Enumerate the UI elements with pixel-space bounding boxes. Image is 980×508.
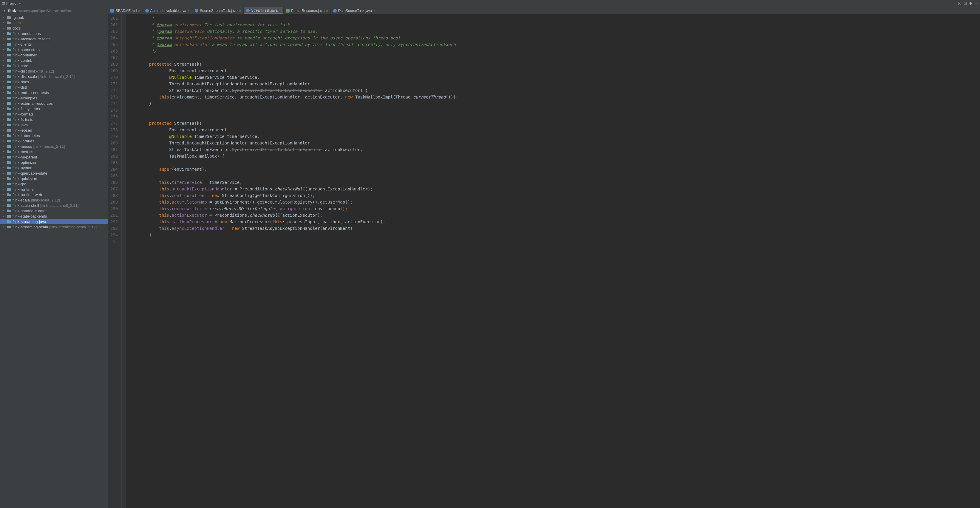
tree-item[interactable]: ›flink-architecture-tests bbox=[0, 36, 108, 42]
tree-item[interactable]: ›flink-kubernetes bbox=[0, 133, 108, 138]
tree-item[interactable]: ›flink-optimizer bbox=[0, 160, 108, 165]
close-icon[interactable]: × bbox=[138, 9, 140, 13]
tree-item[interactable]: ›flink-streaming-java bbox=[0, 219, 108, 224]
chevron-right-icon[interactable]: › bbox=[3, 59, 6, 62]
tree-item[interactable]: ›flink-ml-parent bbox=[0, 154, 108, 160]
tree-item[interactable]: ›flink-java bbox=[0, 122, 108, 128]
chevron-right-icon[interactable]: › bbox=[3, 166, 6, 169]
collapse-icon[interactable]: ⇱ bbox=[958, 2, 961, 6]
tree-item[interactable]: ›.github bbox=[0, 14, 108, 20]
editor-tab[interactable]: StreamTask.java× bbox=[243, 7, 284, 14]
chevron-right-icon[interactable]: › bbox=[3, 139, 6, 142]
tree-item[interactable]: ›flink-scala [flink-scala_2.12] bbox=[0, 197, 108, 203]
chevron-right-icon[interactable]: › bbox=[3, 27, 6, 30]
tree-item[interactable]: ›flink-formats bbox=[0, 111, 108, 117]
tree-item[interactable]: ›docs bbox=[0, 26, 108, 31]
chevron-right-icon[interactable]: › bbox=[3, 16, 6, 19]
chevron-right-icon[interactable]: › bbox=[3, 220, 6, 223]
chevron-right-icon[interactable]: › bbox=[3, 225, 6, 228]
chevron-right-icon[interactable]: › bbox=[3, 177, 6, 180]
tree-item[interactable]: ›flink-core bbox=[0, 63, 108, 68]
tree-item[interactable]: ›flink-mesos [flink-mesos_2.11] bbox=[0, 144, 108, 149]
chevron-right-icon[interactable]: › bbox=[3, 86, 6, 89]
chevron-right-icon[interactable]: › bbox=[3, 182, 6, 185]
close-icon[interactable]: × bbox=[188, 9, 190, 13]
chevron-right-icon[interactable]: › bbox=[3, 193, 6, 196]
editor-tab[interactable]: ParserResource.java× bbox=[284, 7, 331, 14]
chevron-right-icon[interactable]: › bbox=[3, 91, 6, 94]
fold-column[interactable] bbox=[122, 14, 126, 508]
tree-item[interactable]: ›flink-runtime-web bbox=[0, 192, 108, 197]
tree-item[interactable]: ›flink-libraries bbox=[0, 138, 108, 144]
chevron-right-icon[interactable]: › bbox=[3, 188, 6, 191]
expand-icon[interactable]: ⇲ bbox=[964, 2, 967, 6]
code-editor[interactable]: 2612622632642652662672682692702712722732… bbox=[108, 14, 980, 508]
minimize-icon[interactable]: — bbox=[975, 2, 978, 6]
chevron-right-icon[interactable]: › bbox=[3, 198, 6, 201]
tree-item[interactable]: ›flink-dist [flink-dist_2.12] bbox=[0, 68, 108, 74]
chevron-right-icon[interactable]: › bbox=[3, 70, 6, 72]
tree-item[interactable]: ›flink-runtime bbox=[0, 187, 108, 192]
chevron-right-icon[interactable]: › bbox=[3, 204, 6, 207]
chevron-right-icon[interactable]: › bbox=[3, 37, 6, 40]
tree-item[interactable]: ›flink-examples bbox=[0, 95, 108, 101]
chevron-right-icon[interactable]: › bbox=[3, 102, 6, 105]
tree-item[interactable]: ›flink-state-backends bbox=[0, 213, 108, 219]
tree-item[interactable]: ›.idea bbox=[0, 20, 108, 26]
chevron-right-icon[interactable]: › bbox=[3, 172, 6, 175]
tree-item[interactable]: ›flink-scala-shell [flink-scala-shell_2.… bbox=[0, 203, 108, 208]
tree-item[interactable]: ›flink-filesystems bbox=[0, 106, 108, 111]
chevron-right-icon[interactable]: › bbox=[3, 161, 6, 164]
tree-item[interactable]: ›flink-end-to-end-tests bbox=[0, 90, 108, 95]
tree-item[interactable]: ›flink-shaded-curator bbox=[0, 208, 108, 213]
tree-item[interactable]: ›flink-queryable-state bbox=[0, 171, 108, 176]
tree-item[interactable]: ›flink-quickstart bbox=[0, 176, 108, 181]
tree-item[interactable]: ›flink-dstl bbox=[0, 85, 108, 90]
chevron-right-icon[interactable]: › bbox=[3, 75, 6, 78]
chevron-right-icon[interactable]: › bbox=[3, 32, 6, 35]
chevron-right-icon[interactable]: › bbox=[3, 53, 6, 56]
close-icon[interactable]: × bbox=[239, 9, 241, 13]
chevron-right-icon[interactable]: › bbox=[3, 21, 6, 24]
editor-tab[interactable]: README.md× bbox=[108, 7, 143, 14]
close-icon[interactable]: × bbox=[279, 9, 281, 12]
chevron-right-icon[interactable]: › bbox=[3, 48, 6, 51]
code-content[interactable]: * * @param environment The task environm… bbox=[126, 14, 458, 508]
chevron-right-icon[interactable]: › bbox=[3, 123, 6, 126]
tree-item[interactable]: ›flink-annotations bbox=[0, 31, 108, 36]
chevron-right-icon[interactable]: › bbox=[3, 209, 6, 212]
tree-item[interactable]: ›flink-rpc bbox=[0, 181, 108, 187]
close-icon[interactable]: × bbox=[373, 9, 375, 13]
chevron-right-icon[interactable]: › bbox=[3, 118, 6, 121]
tree-item[interactable]: ›flink-fs-tests bbox=[0, 117, 108, 122]
close-icon[interactable]: × bbox=[326, 9, 328, 13]
tree-item[interactable]: ›flink-connectors bbox=[0, 47, 108, 52]
chevron-right-icon[interactable]: › bbox=[3, 107, 6, 110]
chevron-right-icon[interactable]: › bbox=[3, 150, 6, 153]
chevron-right-icon[interactable]: › bbox=[3, 215, 6, 217]
project-tool-label[interactable]: ▤ Project ▼ bbox=[2, 2, 21, 6]
tree-item[interactable]: ›flink-streaming-scala [flink-streaming-… bbox=[0, 224, 108, 230]
chevron-right-icon[interactable]: › bbox=[3, 129, 6, 132]
gear-icon[interactable]: ⚙ bbox=[969, 2, 972, 6]
tree-item[interactable]: ›flink-clients bbox=[0, 42, 108, 47]
chevron-right-icon[interactable]: › bbox=[3, 134, 6, 137]
chevron-down-icon[interactable]: ▼ bbox=[19, 2, 21, 5]
editor-tab[interactable]: SourceStreamTask.java× bbox=[192, 7, 243, 14]
tree-item[interactable]: ›flink-external-resources bbox=[0, 101, 108, 106]
project-root[interactable]: ▼ flink ~/work/myproj/OpenSourceCode/fli… bbox=[0, 7, 108, 14]
editor-tab[interactable]: AbstractInvokable.java× bbox=[143, 7, 192, 14]
chevron-down-icon[interactable]: ▼ bbox=[3, 9, 6, 12]
chevron-right-icon[interactable]: › bbox=[3, 96, 6, 99]
tree-item[interactable]: ›flink-jepsen bbox=[0, 128, 108, 133]
chevron-right-icon[interactable]: › bbox=[3, 145, 6, 148]
tree-item[interactable]: ›flink-contrib bbox=[0, 58, 108, 63]
tree-item[interactable]: ›flink-docs bbox=[0, 79, 108, 85]
tree-item[interactable]: ›flink-container bbox=[0, 52, 108, 58]
chevron-right-icon[interactable]: › bbox=[3, 155, 6, 158]
tree-item[interactable]: ›flink-python bbox=[0, 165, 108, 171]
chevron-right-icon[interactable]: › bbox=[3, 80, 6, 83]
chevron-right-icon[interactable]: › bbox=[3, 43, 6, 46]
chevron-right-icon[interactable]: › bbox=[3, 112, 6, 115]
tree-item[interactable]: ›flink-metrics bbox=[0, 149, 108, 154]
